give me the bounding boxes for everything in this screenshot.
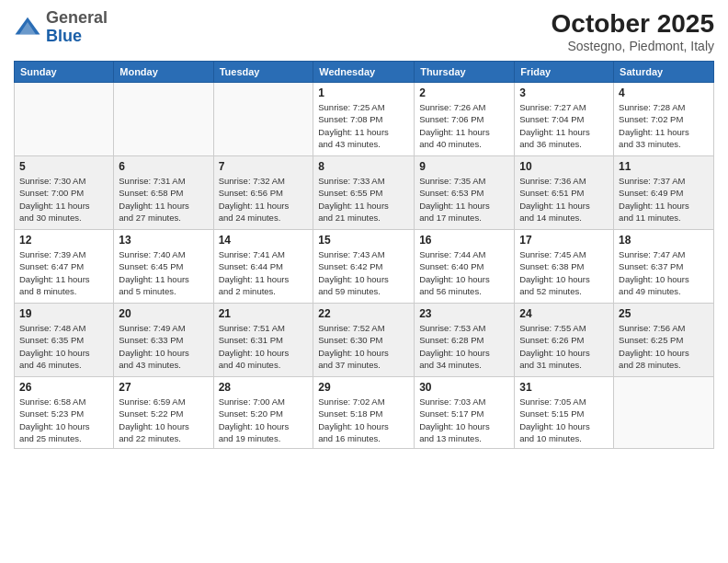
day-number: 14 (219, 234, 309, 247)
table-row: 16Sunrise: 7:44 AMSunset: 6:40 PMDayligh… (415, 230, 515, 304)
day-number: 18 (619, 234, 709, 247)
table-row: 15Sunrise: 7:43 AMSunset: 6:42 PMDayligh… (313, 230, 415, 304)
day-info: Sunrise: 7:35 AMSunset: 6:53 PMDaylight:… (419, 175, 509, 224)
col-monday: Monday (114, 62, 213, 83)
day-number: 3 (519, 86, 609, 99)
day-number: 1 (318, 86, 409, 99)
table-row: 7Sunrise: 7:32 AMSunset: 6:56 PMDaylight… (213, 156, 313, 230)
day-info: Sunrise: 7:31 AMSunset: 6:58 PMDaylight:… (119, 175, 208, 224)
calendar-header-row: Sunday Monday Tuesday Wednesday Thursday… (15, 62, 714, 83)
logo: General Blue (14, 9, 108, 46)
day-info: Sunrise: 7:41 AMSunset: 6:44 PMDaylight:… (219, 248, 309, 297)
calendar-week-row: 26Sunrise: 6:58 AMSunset: 5:23 PMDayligh… (15, 377, 714, 449)
table-row: 3Sunrise: 7:27 AMSunset: 7:04 PMDaylight… (515, 83, 614, 156)
day-info: Sunrise: 7:52 AMSunset: 6:30 PMDaylight:… (318, 322, 409, 371)
table-row: 23Sunrise: 7:53 AMSunset: 6:28 PMDayligh… (415, 304, 515, 377)
table-row: 2Sunrise: 7:26 AMSunset: 7:06 PMDaylight… (415, 83, 515, 156)
table-row: 12Sunrise: 7:39 AMSunset: 6:47 PMDayligh… (15, 230, 114, 304)
day-number: 6 (119, 160, 208, 173)
day-number: 7 (219, 160, 309, 173)
col-thursday: Thursday (415, 62, 515, 83)
calendar-week-row: 5Sunrise: 7:30 AMSunset: 7:00 PMDaylight… (15, 156, 714, 230)
table-row: 29Sunrise: 7:02 AMSunset: 5:18 PMDayligh… (313, 377, 415, 449)
day-info: Sunrise: 6:58 AMSunset: 5:23 PMDaylight:… (19, 396, 108, 444)
day-info: Sunrise: 7:00 AMSunset: 5:20 PMDaylight:… (219, 396, 309, 444)
table-row: 20Sunrise: 7:49 AMSunset: 6:33 PMDayligh… (114, 304, 213, 377)
day-number: 19 (19, 307, 108, 320)
day-number: 17 (519, 234, 609, 247)
table-row: 18Sunrise: 7:47 AMSunset: 6:37 PMDayligh… (614, 230, 714, 304)
col-saturday: Saturday (614, 62, 714, 83)
day-number: 22 (318, 307, 409, 320)
day-number: 23 (419, 307, 509, 320)
table-row: 9Sunrise: 7:35 AMSunset: 6:53 PMDaylight… (415, 156, 515, 230)
day-number: 12 (19, 234, 108, 247)
table-row (15, 83, 114, 156)
day-info: Sunrise: 7:33 AMSunset: 6:55 PMDaylight:… (318, 175, 409, 224)
day-number: 11 (619, 160, 709, 173)
table-row: 28Sunrise: 7:00 AMSunset: 5:20 PMDayligh… (213, 377, 313, 449)
month-title: October 2025 (552, 9, 714, 39)
location-subtitle: Sostegno, Piedmont, Italy (552, 39, 714, 53)
day-info: Sunrise: 7:27 AMSunset: 7:04 PMDaylight:… (519, 101, 609, 150)
table-row: 27Sunrise: 6:59 AMSunset: 5:22 PMDayligh… (114, 377, 213, 449)
day-number: 4 (619, 86, 709, 99)
day-info: Sunrise: 7:56 AMSunset: 6:25 PMDaylight:… (619, 322, 709, 371)
day-number: 13 (119, 234, 208, 247)
table-row (213, 83, 313, 156)
day-number: 8 (318, 160, 409, 173)
day-number: 9 (419, 160, 509, 173)
day-number: 20 (119, 307, 208, 320)
calendar-week-row: 19Sunrise: 7:48 AMSunset: 6:35 PMDayligh… (15, 304, 714, 377)
day-number: 2 (419, 86, 509, 99)
col-friday: Friday (515, 62, 614, 83)
page-container: General Blue October 2025 Sostegno, Pied… (0, 0, 728, 563)
table-row: 31Sunrise: 7:05 AMSunset: 5:15 PMDayligh… (515, 377, 614, 449)
day-info: Sunrise: 7:26 AMSunset: 7:06 PMDaylight:… (419, 101, 509, 150)
logo-text: General Blue (46, 9, 108, 46)
col-wednesday: Wednesday (313, 62, 415, 83)
table-row: 24Sunrise: 7:55 AMSunset: 6:26 PMDayligh… (515, 304, 614, 377)
table-row (614, 377, 714, 449)
day-info: Sunrise: 6:59 AMSunset: 5:22 PMDaylight:… (119, 396, 208, 444)
table-row: 8Sunrise: 7:33 AMSunset: 6:55 PMDaylight… (313, 156, 415, 230)
day-info: Sunrise: 7:36 AMSunset: 6:51 PMDaylight:… (519, 175, 609, 224)
day-info: Sunrise: 7:32 AMSunset: 6:56 PMDaylight:… (219, 175, 309, 224)
day-number: 28 (219, 381, 309, 394)
table-row: 30Sunrise: 7:03 AMSunset: 5:17 PMDayligh… (415, 377, 515, 449)
calendar-week-row: 12Sunrise: 7:39 AMSunset: 6:47 PMDayligh… (15, 230, 714, 304)
day-info: Sunrise: 7:47 AMSunset: 6:37 PMDaylight:… (619, 248, 709, 297)
day-info: Sunrise: 7:49 AMSunset: 6:33 PMDaylight:… (119, 322, 208, 371)
logo-blue: Blue (46, 27, 82, 45)
col-sunday: Sunday (15, 62, 114, 83)
day-number: 29 (318, 381, 409, 394)
day-info: Sunrise: 7:28 AMSunset: 7:02 PMDaylight:… (619, 101, 709, 150)
day-info: Sunrise: 7:05 AMSunset: 5:15 PMDaylight:… (519, 396, 609, 444)
day-info: Sunrise: 7:30 AMSunset: 7:00 PMDaylight:… (19, 175, 108, 224)
logo-general: General (46, 8, 108, 27)
table-row: 14Sunrise: 7:41 AMSunset: 6:44 PMDayligh… (213, 230, 313, 304)
day-info: Sunrise: 7:55 AMSunset: 6:26 PMDaylight:… (519, 322, 609, 371)
table-row (114, 83, 213, 156)
day-number: 10 (519, 160, 609, 173)
table-row: 21Sunrise: 7:51 AMSunset: 6:31 PMDayligh… (213, 304, 313, 377)
table-row: 5Sunrise: 7:30 AMSunset: 7:00 PMDaylight… (15, 156, 114, 230)
table-row: 17Sunrise: 7:45 AMSunset: 6:38 PMDayligh… (515, 230, 614, 304)
table-row: 22Sunrise: 7:52 AMSunset: 6:30 PMDayligh… (313, 304, 415, 377)
day-number: 25 (619, 307, 709, 320)
table-row: 4Sunrise: 7:28 AMSunset: 7:02 PMDaylight… (614, 83, 714, 156)
table-row: 10Sunrise: 7:36 AMSunset: 6:51 PMDayligh… (515, 156, 614, 230)
day-info: Sunrise: 7:25 AMSunset: 7:08 PMDaylight:… (318, 101, 409, 150)
day-info: Sunrise: 7:44 AMSunset: 6:40 PMDaylight:… (419, 248, 509, 297)
day-number: 24 (519, 307, 609, 320)
day-number: 21 (219, 307, 309, 320)
title-area: October 2025 Sostegno, Piedmont, Italy (552, 9, 714, 53)
day-number: 15 (318, 234, 409, 247)
day-info: Sunrise: 7:43 AMSunset: 6:42 PMDaylight:… (318, 248, 409, 297)
calendar-table: Sunday Monday Tuesday Wednesday Thursday… (14, 61, 714, 449)
day-number: 30 (419, 381, 509, 394)
day-number: 5 (19, 160, 108, 173)
table-row: 1Sunrise: 7:25 AMSunset: 7:08 PMDaylight… (313, 83, 415, 156)
day-number: 16 (419, 234, 509, 247)
calendar-week-row: 1Sunrise: 7:25 AMSunset: 7:08 PMDaylight… (15, 83, 714, 156)
